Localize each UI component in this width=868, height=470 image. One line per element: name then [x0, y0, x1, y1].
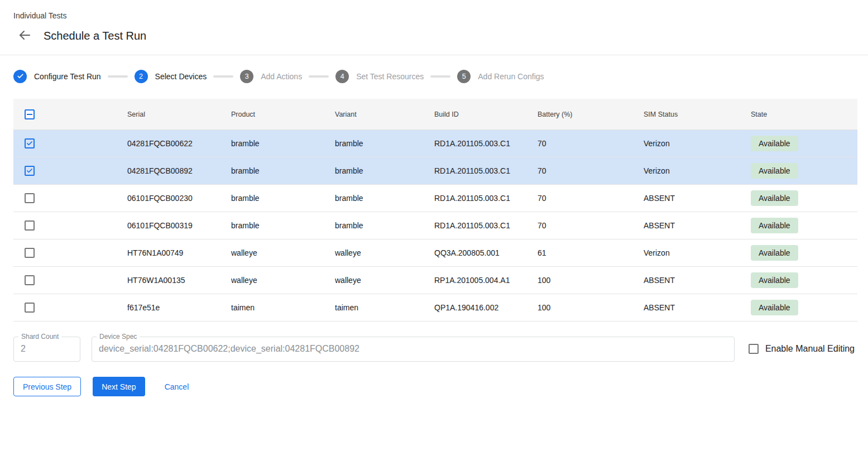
cell-variant: walleye: [335, 276, 434, 285]
cell-variant: bramble: [335, 194, 434, 203]
next-step-button[interactable]: Next Step: [93, 377, 145, 396]
step-label: Select Devices: [155, 72, 207, 81]
enable-manual-editing-label: Enable Manual Editing: [765, 344, 855, 354]
state-badge: Available: [751, 218, 798, 233]
state-badge: Available: [751, 136, 798, 151]
cell-serial: HT76W1A00135: [127, 276, 231, 285]
cell-sim: ABSENT: [644, 303, 751, 312]
back-arrow-icon: [18, 28, 31, 44]
cell-build-id: QQ3A.200805.001: [434, 248, 538, 257]
cell-product: walleye: [231, 248, 335, 257]
row-checkbox[interactable]: [25, 275, 35, 285]
step-label: Set Test Resources: [356, 72, 424, 81]
cell-battery: 70: [538, 139, 644, 148]
shard-count-field: Shard Count: [13, 337, 80, 362]
table-row[interactable]: 06101FQCB00230 bramble bramble RD1A.2011…: [13, 185, 857, 212]
page-title: Schedule a Test Run: [44, 30, 146, 42]
step-number: 2: [135, 70, 148, 83]
table-row[interactable]: 04281FQCB00622 bramble bramble RD1A.2011…: [13, 130, 857, 157]
cell-product: bramble: [231, 166, 335, 175]
row-checkbox[interactable]: [25, 248, 35, 258]
column-header-variant: Variant: [335, 111, 434, 118]
indeterminate-icon: [27, 114, 32, 115]
breadcrumb: Individual Tests: [13, 11, 855, 20]
step-number: 5: [457, 70, 471, 83]
cell-sim: ABSENT: [644, 221, 751, 230]
device-spec-field: Device Spec: [92, 337, 735, 362]
check-icon: [26, 167, 33, 174]
cancel-button[interactable]: Cancel: [156, 377, 198, 396]
check-icon: [26, 140, 33, 147]
stepper-connector: [213, 75, 233, 78]
device-spec-label: Device Spec: [97, 333, 140, 340]
column-header-state: State: [751, 111, 857, 118]
cell-build-id: RD1A.201105.003.C1: [434, 166, 538, 175]
cell-serial: 04281FQCB00622: [127, 139, 231, 148]
state-badge: Available: [751, 300, 798, 315]
cell-product: bramble: [231, 194, 335, 203]
table-header-row: Serial Product Variant Build ID Battery …: [13, 99, 857, 130]
shard-count-input[interactable]: [21, 344, 73, 354]
table-row[interactable]: HT76W1A00135 walleye walleye RP1A.201005…: [13, 267, 857, 294]
step-add-rerun-configs[interactable]: 5 Add Rerun Configs: [457, 70, 544, 83]
select-all-checkbox[interactable]: [25, 109, 35, 119]
cell-serial: 04281FQCB00892: [127, 166, 231, 175]
cell-build-id: RP1A.201005.004.A1: [434, 276, 538, 285]
enable-manual-editing-checkbox[interactable]: [749, 344, 759, 354]
cell-sim: ABSENT: [644, 276, 751, 285]
step-configure-test-run[interactable]: Configure Test Run: [13, 70, 101, 83]
column-header-product: Product: [231, 111, 335, 118]
stepper-connector: [430, 75, 450, 78]
step-complete-check-icon: [13, 70, 27, 83]
device-spec-input[interactable]: [99, 344, 727, 354]
table-row[interactable]: 04281FQCB00892 bramble bramble RD1A.2011…: [13, 157, 857, 185]
cell-build-id: RD1A.201105.003.C1: [434, 139, 538, 148]
column-header-battery: Battery (%): [538, 111, 644, 118]
state-badge: Available: [751, 245, 798, 261]
enable-manual-editing-control[interactable]: Enable Manual Editing: [749, 337, 855, 354]
shard-count-label: Shard Count: [18, 333, 61, 340]
cell-variant: bramble: [335, 139, 434, 148]
cell-sim: Verizon: [644, 139, 751, 148]
column-header-serial: Serial: [127, 111, 231, 118]
table-row[interactable]: f617e51e taimen taimen QP1A.190416.002 1…: [13, 294, 857, 322]
table-row[interactable]: 06101FQCB00319 bramble bramble RD1A.2011…: [13, 212, 857, 239]
cell-battery: 70: [538, 166, 644, 175]
cell-variant: bramble: [335, 221, 434, 230]
device-table: Serial Product Variant Build ID Battery …: [13, 99, 857, 322]
cell-serial: HT76N1A00749: [127, 248, 231, 257]
previous-step-button[interactable]: Previous Step: [13, 377, 81, 396]
step-select-devices[interactable]: 2 Select Devices: [135, 70, 207, 83]
table-row[interactable]: HT76N1A00749 walleye walleye QQ3A.200805…: [13, 239, 857, 267]
column-header-build-id: Build ID: [434, 111, 538, 118]
cell-battery: 61: [538, 248, 644, 257]
cell-sim: Verizon: [644, 166, 751, 175]
row-checkbox[interactable]: [25, 303, 35, 313]
back-button[interactable]: [13, 25, 36, 47]
stepper: Configure Test Run 2 Select Devices 3 Ad…: [0, 55, 868, 84]
cell-battery: 100: [538, 303, 644, 312]
row-checkbox[interactable]: [25, 193, 35, 203]
row-checkbox[interactable]: [25, 166, 35, 176]
cell-product: taimen: [231, 303, 335, 312]
step-label: Configure Test Run: [34, 72, 101, 81]
cell-build-id: RD1A.201105.003.C1: [434, 194, 538, 203]
step-add-actions[interactable]: 3 Add Actions: [240, 70, 302, 83]
step-label: Add Actions: [261, 72, 302, 81]
cell-battery: 100: [538, 276, 644, 285]
row-checkbox[interactable]: [25, 138, 35, 148]
cell-sim: ABSENT: [644, 194, 751, 203]
column-header-sim: SIM Status: [644, 111, 751, 118]
row-checkbox[interactable]: [25, 220, 35, 231]
cell-build-id: QP1A.190416.002: [434, 303, 538, 312]
cell-serial: 06101FQCB00319: [127, 221, 231, 230]
cell-product: bramble: [231, 139, 335, 148]
step-number: 3: [240, 70, 253, 83]
cell-variant: walleye: [335, 248, 434, 257]
cell-build-id: RD1A.201105.003.C1: [434, 221, 538, 230]
cell-product: bramble: [231, 221, 335, 230]
cell-variant: bramble: [335, 166, 434, 175]
cell-sim: Verizon: [644, 248, 751, 257]
state-badge: Available: [751, 190, 798, 206]
step-set-test-resources[interactable]: 4 Set Test Resources: [335, 70, 424, 83]
